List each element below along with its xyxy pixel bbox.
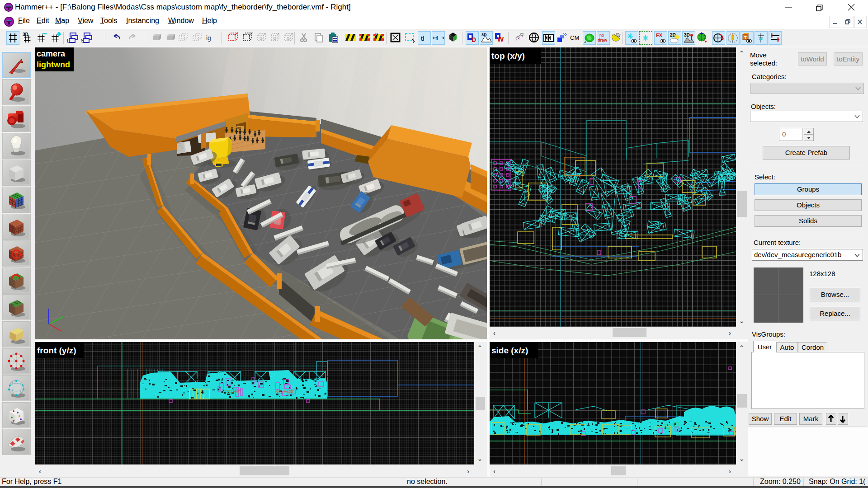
svg-text:FX: FX: [656, 33, 663, 38]
svg-text:ig: ig: [206, 34, 211, 42]
svg-text:3D: 3D: [684, 33, 690, 38]
svg-text:G: G: [273, 36, 276, 41]
svg-text:G: G: [287, 36, 290, 41]
svg-text:D: D: [472, 36, 476, 43]
svg-text:G: G: [259, 36, 263, 41]
svg-text:CM: CM: [570, 34, 579, 41]
svg-text:no: no: [599, 33, 604, 38]
svg-text:tl: tl: [435, 35, 439, 42]
svg-text:9301 RC23: 9301 RC23: [275, 389, 293, 394]
svg-text:3D: 3D: [481, 33, 487, 37]
svg-text:T: T: [744, 35, 747, 40]
svg-text:W: W: [497, 35, 504, 43]
svg-text:top (x/y): top (x/y): [491, 51, 525, 61]
svg-text:tl: tl: [421, 34, 425, 42]
svg-text:front (y/z): front (y/z): [37, 346, 76, 355]
svg-text:73532CE: 73532CE: [224, 389, 239, 394]
svg-text:draw: draw: [598, 38, 608, 42]
svg-text:lightwnd: lightwnd: [37, 60, 70, 69]
svg-text:side (x/z): side (x/z): [491, 346, 528, 355]
svg-text:camera: camera: [37, 49, 66, 58]
